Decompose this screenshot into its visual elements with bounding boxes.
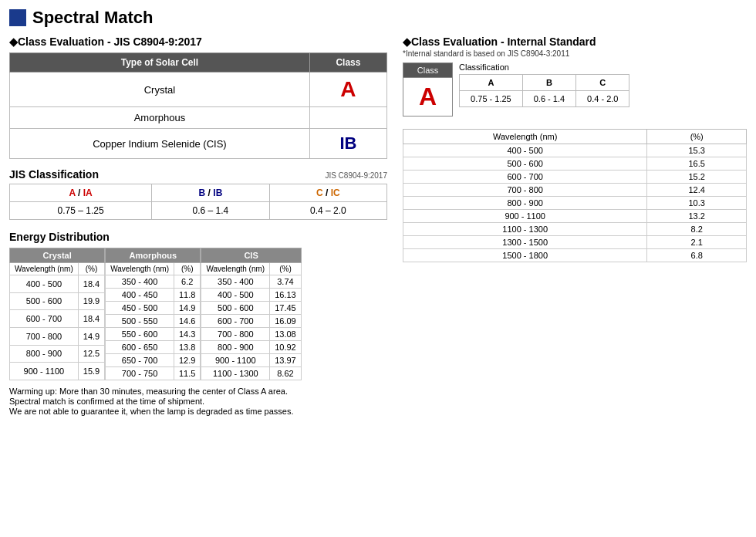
jis-col-a: A / IA	[10, 184, 152, 202]
class-range-b: 0.6 - 1.4	[522, 91, 575, 107]
amorphous-table: Amorphous Wavelength (nm) (%) 350 - 4006…	[105, 248, 201, 380]
jis-section-header: ◆Class Evaluation - JIS C8904-9:2017	[9, 35, 387, 48]
classification-label: Classification	[459, 62, 629, 72]
energy-tables-container: Crystal Wavelength (nm) (%) 400 - 50018.…	[9, 248, 387, 380]
table-row: 1100 - 13008.2	[403, 223, 747, 236]
jis-classification-table: A / IA B / IB C / IC 0.75 – 1.25 0.6 – 1…	[9, 184, 387, 220]
table-row: 500 - 60017.45	[201, 302, 301, 315]
table-row: Copper Indium Selenide (CIS) IB	[10, 129, 387, 159]
class-range-c: 0.4 - 2.0	[576, 91, 629, 107]
col-class: Class	[309, 53, 386, 73]
jis-header-text: ◆Class Evaluation - JIS C8904-9:2017	[9, 35, 202, 48]
page-title: Spectral Match	[32, 8, 154, 28]
table-row: 600 - 70018.4	[10, 310, 105, 328]
class-col-c: C	[576, 75, 629, 91]
footer-notes: Warming up: More than 30 minutes, measur…	[9, 387, 747, 416]
table-row: 550 - 60014.3	[106, 328, 201, 341]
table-row: 500 - 60019.9	[10, 292, 105, 310]
cis-pct-col: (%)	[270, 263, 302, 275]
footer-line2: Spectral match is confirmed at the time …	[9, 397, 747, 406]
table-row: 400 - 45011.8	[106, 289, 201, 302]
jis-solar-table: Type of Solar Cell Class Crystal A Amorp…	[9, 52, 387, 159]
cell-class-a: A	[309, 73, 386, 107]
table-row: 1100 - 13008.62	[201, 367, 301, 380]
table-row: 900 - 110013.2	[403, 210, 747, 223]
table-row: Crystal A	[10, 73, 387, 107]
table-row: 650 - 70012.9	[106, 354, 201, 367]
pct-col-header: (%)	[647, 130, 747, 144]
jis-ref: JIS C8904-9:2017	[325, 171, 387, 180]
jis-col-b: B / IB	[152, 184, 269, 202]
footer-line3: We are not able to guarantee it, when th…	[9, 407, 747, 416]
jis-col-c: C / IC	[269, 184, 386, 202]
crystal-table: Crystal Wavelength (nm) (%) 400 - 50018.…	[9, 248, 105, 380]
table-row: 1500 - 18006.8	[403, 249, 747, 262]
table-row: 800 - 90012.5	[10, 345, 105, 363]
cell-class-ib: IB	[309, 129, 386, 159]
internal-header: ◆Class Evaluation - Internal Standard	[403, 35, 747, 48]
crystal-header: Crystal	[10, 248, 105, 263]
table-row: 600 - 70016.09	[201, 315, 301, 328]
amorphous-wl-col: Wavelength (nm)	[106, 263, 174, 275]
wl-col-header: Wavelength (nm)	[403, 130, 647, 144]
table-row: 700 - 80012.4	[403, 184, 747, 197]
class-eval-row: Class A Classification A B C	[403, 62, 747, 123]
left-column: ◆Class Evaluation - JIS C8904-9:2017 Typ…	[9, 35, 387, 380]
table-row: 450 - 50014.9	[106, 302, 201, 315]
table-row: 800 - 90010.3	[403, 197, 747, 210]
table-row: 400 - 50018.4	[10, 275, 105, 293]
class-col-b: B	[522, 75, 575, 91]
energy-distribution-section: Energy Distribution Crystal Wavelength (…	[9, 231, 387, 380]
title-icon	[9, 9, 26, 26]
amorphous-header: Amorphous	[106, 248, 201, 263]
table-row: 700 - 80014.9	[10, 327, 105, 345]
jis-classification-section: JIS Classification JIS C8904-9:2017 A / …	[9, 168, 387, 220]
jis-range-c: 0.4 – 2.0	[269, 202, 386, 220]
right-column: ◆Class Evaluation - Internal Standard *I…	[403, 35, 747, 262]
table-row: 800 - 90010.92	[201, 341, 301, 354]
cis-wl-col: Wavelength (nm)	[201, 263, 270, 275]
table-row: 900 - 110015.9	[10, 363, 105, 380]
table-row: Amorphous	[10, 107, 387, 129]
cell-amorphous: Amorphous	[10, 107, 310, 129]
page-title-section: Spectral Match	[9, 8, 747, 28]
wavelength-table: Wavelength (nm) (%) 400 - 50015.3500 - 6…	[403, 129, 747, 262]
jis-range-a: 0.75 – 1.25	[10, 202, 152, 220]
class-range-a: 0.75 - 1.25	[460, 91, 523, 107]
cell-crystal: Crystal	[10, 73, 310, 107]
table-row: 0.75 - 1.25 0.6 - 1.4 0.4 - 2.0	[460, 91, 629, 107]
crystal-wl-col: Wavelength (nm)	[10, 263, 79, 275]
internal-note: *Internal standard is based on JIS C8904…	[403, 49, 747, 58]
table-row: 400 - 50015.3	[403, 144, 747, 157]
table-row: 0.75 – 1.25 0.6 – 1.4 0.4 – 2.0	[10, 202, 387, 220]
table-row: 1300 - 15002.1	[403, 236, 747, 249]
class-eval-box: Class A	[403, 62, 453, 117]
table-row: 900 - 110013.97	[201, 354, 301, 367]
table-row: 600 - 65013.8	[106, 341, 201, 354]
class-box-value: A	[403, 78, 452, 116]
table-row: 600 - 70015.2	[403, 171, 747, 184]
cis-table: CIS Wavelength (nm) (%) 350 - 4003.74400…	[201, 248, 301, 380]
table-row: 700 - 75011.5	[106, 367, 201, 380]
table-row: 500 - 55014.6	[106, 315, 201, 328]
cis-header: CIS	[201, 248, 301, 263]
class-col-a: A	[460, 75, 523, 91]
table-row: 400 - 50016.13	[201, 289, 301, 302]
crystal-pct-col: (%)	[78, 263, 104, 275]
amorphous-pct-col: (%)	[174, 263, 200, 275]
table-row: 500 - 60016.5	[403, 157, 747, 171]
class-box-label: Class	[403, 63, 452, 78]
col-solar-type: Type of Solar Cell	[10, 53, 310, 73]
table-row: 350 - 4006.2	[106, 275, 201, 289]
table-row: 700 - 80013.08	[201, 328, 301, 341]
energy-label: Energy Distribution	[9, 231, 387, 243]
jis-range-b: 0.6 – 1.4	[152, 202, 269, 220]
jis-class-label: JIS Classification	[9, 168, 99, 181]
cell-class-empty	[309, 107, 386, 129]
table-row: 350 - 4003.74	[201, 275, 301, 289]
classification-table: A B C 0.75 - 1.25 0.6 - 1.4 0.4 - 2.0	[459, 74, 629, 107]
cell-cis: Copper Indium Selenide (CIS)	[10, 129, 310, 159]
footer-line1: Warming up: More than 30 minutes, measur…	[9, 387, 747, 396]
